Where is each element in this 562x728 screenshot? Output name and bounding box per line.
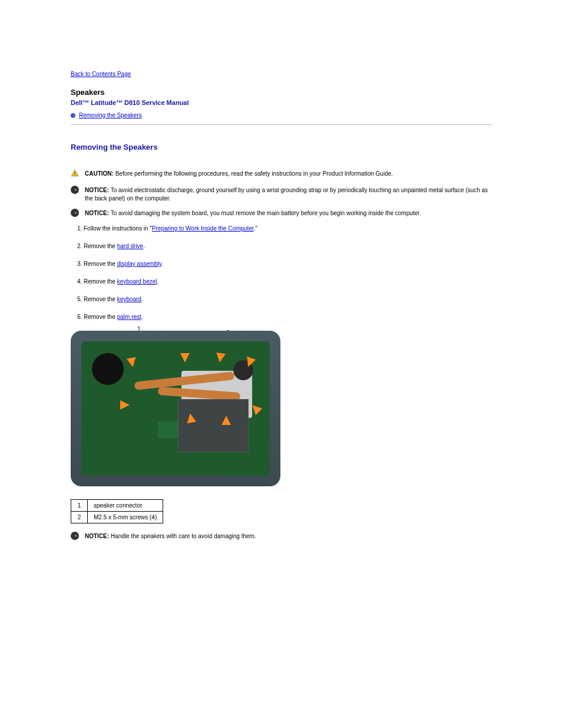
indicator-arrow-icon xyxy=(222,416,231,425)
table-row: 2 M2.5 x 5-mm screws (4) xyxy=(71,512,163,523)
section-heading: Removing the Speakers xyxy=(71,143,491,151)
step-4-post: . xyxy=(157,278,159,285)
link-palm-rest[interactable]: palm rest xyxy=(117,314,141,320)
step-3-pre: Remove the xyxy=(84,261,117,267)
step-3: Remove the display assembly. xyxy=(84,260,491,268)
notice-text-2: To avoid damaging the system board, you … xyxy=(109,210,421,216)
manual-subtitle: Dell™ Latitude™ D810 Service Manual xyxy=(71,99,491,106)
step-4-pre: Remove the xyxy=(84,278,117,285)
notice-circle-arrow-icon xyxy=(71,209,79,217)
legend-num-1: 1 xyxy=(71,500,88,512)
link-keyboard-bezel[interactable]: keyboard bezel xyxy=(117,278,157,285)
legend-label-1: speaker connector xyxy=(88,500,163,512)
notice-row-1: NOTICE: To avoid electrostatic discharge… xyxy=(71,186,491,203)
step-2-pre: Remove the xyxy=(84,243,117,249)
step-1-post: ." xyxy=(254,225,257,232)
legend-num-2: 2 xyxy=(71,512,88,523)
step-3-post: . xyxy=(161,261,163,267)
notice-text-3: Handle the speakers with care to avoid d… xyxy=(109,533,256,539)
divider xyxy=(71,124,491,125)
link-preparing[interactable]: Preparing to Work Inside the Computer xyxy=(152,225,254,232)
step-2: Remove the hard drive. xyxy=(84,242,491,251)
notice-label-2: NOTICE: xyxy=(85,210,109,216)
svg-rect-0 xyxy=(74,172,75,174)
motherboard-region xyxy=(81,341,270,476)
step-5-pre: Remove the xyxy=(84,296,117,302)
caution-row: CAUTION: Before performing the following… xyxy=(71,169,491,180)
step-5: Remove the keyboard. xyxy=(84,295,491,304)
notice-row-2: NOTICE: To avoid damaging the system boa… xyxy=(71,209,491,218)
notice-row-3: NOTICE: Handle the speakers with care to… xyxy=(71,532,491,541)
step-6: Remove the palm rest. xyxy=(84,313,491,321)
notice-text-1: To avoid electrostatic discharge, ground… xyxy=(85,187,488,202)
procedure-steps: Follow the instructions in "Preparing to… xyxy=(84,225,491,321)
toc-link-removing-speakers[interactable]: Removing the Speakers xyxy=(79,112,142,118)
link-display-assembly[interactable]: display assembly xyxy=(117,261,161,267)
step-5-post: . xyxy=(141,296,143,302)
notice-label-1: NOTICE: xyxy=(85,187,109,193)
indicator-arrow-icon xyxy=(127,357,138,368)
back-to-contents-link[interactable]: Back to Contents Page xyxy=(71,71,131,77)
caution-label: CAUTION: xyxy=(85,170,114,177)
step-1-pre: Follow the instructions in " xyxy=(84,225,152,232)
step-1: Follow the instructions in "Preparing to… xyxy=(84,225,491,233)
page-title: Speakers xyxy=(71,88,491,97)
bullet-icon xyxy=(71,113,75,118)
caution-triangle-icon xyxy=(71,172,79,179)
laptop-internals-photo xyxy=(71,331,280,486)
indicator-arrow-icon xyxy=(186,413,197,424)
link-keyboard[interactable]: keyboard xyxy=(117,296,141,302)
step-2-post: . xyxy=(143,243,145,249)
step-6-post: . xyxy=(141,314,143,320)
notice-label-3: NOTICE: xyxy=(85,533,109,539)
callout-legend-table: 1 speaker connector 2 M2.5 x 5-mm screws… xyxy=(71,499,163,523)
indicator-arrow-icon xyxy=(180,353,190,363)
legend-label-2: M2.5 x 5-mm screws (4) xyxy=(88,512,163,523)
indicator-arrow-icon xyxy=(120,400,130,410)
toc-row: Removing the Speakers xyxy=(71,112,491,118)
notice-circle-arrow-icon xyxy=(71,532,79,540)
step-4: Remove the keyboard bezel. xyxy=(84,278,491,286)
step-6-pre: Remove the xyxy=(84,314,117,320)
svg-rect-1 xyxy=(74,174,75,175)
notice-circle-arrow-icon xyxy=(71,186,79,194)
indicator-arrow-icon xyxy=(215,353,226,363)
table-row: 1 speaker connector xyxy=(71,500,163,512)
figure-wrap: 1 2 xyxy=(71,331,280,486)
caution-text: Before performing the following procedur… xyxy=(114,170,393,177)
link-hard-drive[interactable]: hard drive xyxy=(117,243,143,249)
